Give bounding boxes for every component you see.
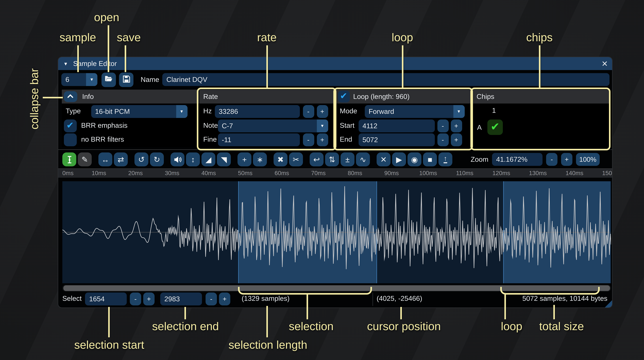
timeline-tick: 120ms [492,170,510,176]
tool-invert-button[interactable]: ⇅ [325,152,339,166]
no-brr-filters-label: no BRR filters [81,135,124,143]
brr-emphasis-row: ✔ BRR emphasis [62,119,198,132]
annotation-line-open [108,25,109,72]
speaker-icon [173,155,182,164]
brr-emphasis-label: BRR emphasis [81,121,128,129]
tool-preview-button[interactable]: ▶ [392,152,406,166]
check-icon: ✔ [66,121,74,130]
annotation-line-loop-bottom [504,294,506,319]
info-panel: Info Type 16-bit PCM ▼ ✔ BRR emphasis no… [62,89,198,147]
selection-start-plus-button[interactable]: + [143,292,154,306]
annotation-line-selection-end [184,307,186,319]
timeline-tick: 10ms [92,170,106,176]
zoom-in-button[interactable]: + [561,153,572,166]
window-resize-grip[interactable] [605,300,612,308]
annotation-line-cursor-position [400,307,402,319]
tool-redo-button[interactable]: ↻ [150,152,164,166]
no-brr-filters-checkbox[interactable] [64,133,76,146]
normalize-icon: ↕ [191,155,195,164]
insert-silence-icon: + [242,155,247,164]
annotation-line-selection [306,294,308,319]
annotation-collapse-bar: collapse bar [28,61,41,136]
zoom-reset-button[interactable]: 100% [576,153,600,166]
chevron-down-icon[interactable]: ▼ [86,73,97,86]
ibeam-icon [65,155,74,164]
timeline-tick: 110ms [456,170,474,176]
waveform-canvas[interactable] [62,181,611,283]
undo-icon: ↺ [138,155,145,164]
tool-fade-out-button[interactable]: ◥ [217,152,231,166]
cursor-position-status: (4025, -25466) [376,294,422,302]
type-row: Type 16-bit PCM ▼ [62,105,198,118]
window-collapse-icon[interactable]: ▼ [63,61,68,66]
tool-delete-button[interactable]: ✖ [274,152,288,166]
edit-draw-icon: ✎ [82,155,88,164]
timeline-tick: 20ms [128,170,143,176]
tool-resize-button[interactable]: ↔ [98,152,112,166]
trim-icon: ✂ [293,155,299,164]
crossfade-icon: ✕ [380,155,387,164]
tool-edit-select-button[interactable] [62,152,76,166]
tool-apply-silence-button[interactable]: ∗ [253,152,267,166]
annotation-bracket-loop [500,287,600,294]
tool-edit-draw-button[interactable]: ✎ [78,152,92,166]
selection-end-plus-button[interactable]: + [219,292,230,306]
sample-row: 6 ▼ Name [58,72,612,87]
timeline-tick: 80ms [348,170,362,176]
tool-exchange-sign-button[interactable]: ± [340,152,354,166]
collapse-bar-button[interactable] [64,91,77,102]
type-select[interactable]: 16-bit PCM ▼ [91,105,187,118]
chevron-down-icon[interactable]: ▼ [176,105,187,118]
zoom-input[interactable] [492,153,542,166]
select-label: Select [62,294,82,302]
tool-insert-silence-button[interactable]: + [238,152,252,166]
tool-apply-filter-button[interactable]: ∿ [356,152,370,166]
waveform-view[interactable] [62,181,611,283]
tool-resample-button[interactable]: ⇄ [114,152,128,166]
tool-undo-button[interactable]: ↺ [134,152,148,166]
tool-preview-selection-button[interactable]: ◉ [408,152,422,166]
toolbar-group: ✕▶◉■↑ [376,152,452,166]
annotation-box-chips [470,88,610,150]
toolbar-group: ✖✂ [274,152,303,166]
tool-trim-button[interactable]: ✂ [289,152,303,166]
annotation-loop-bottom: loop [501,320,522,333]
tool-amplify-button[interactable] [170,152,184,166]
redo-icon: ↻ [154,155,160,164]
tool-stop-preview-button[interactable]: ■ [423,152,437,166]
save-floppy-icon [122,75,130,85]
close-icon[interactable]: ✕ [602,57,608,70]
selection-end-minus-button[interactable]: - [206,292,217,306]
brr-emphasis-checkbox[interactable]: ✔ [64,119,76,132]
selection-start-input[interactable] [85,292,127,306]
selection-end-input[interactable] [160,292,202,306]
timeline-tick: 40ms [202,170,216,176]
annotation-loop-top: loop [392,31,413,44]
tool-crossfade-button[interactable]: ✕ [376,152,390,166]
sample-name-input[interactable] [162,73,610,86]
toolbar-group: ↺↻ [134,152,164,166]
save-button[interactable] [119,72,134,87]
tool-fade-in-button[interactable]: ◢ [202,152,215,166]
title-bar[interactable]: ▼ Sample Editor ✕ [58,57,612,70]
zoom-cluster: Zoom - + 100% [471,153,600,166]
status-separator [372,292,373,306]
stop-preview-icon: ■ [428,155,432,164]
selection-start-minus-button[interactable]: - [130,292,141,306]
tool-reverse-button[interactable]: ↩ [310,152,324,166]
tool-import-button[interactable]: ↑ [438,152,452,166]
reverse-icon: ↩ [313,155,320,164]
timeline-tick: 70ms [311,170,326,176]
type-label: Type [66,107,81,114]
tool-normalize-button[interactable]: ↕ [186,152,200,166]
annotation-line-sample [77,45,79,72]
annotation-total-size: total size [539,320,584,333]
timeline-ruler[interactable]: 0ms10ms20ms30ms40ms50ms60ms70ms80ms90ms1… [58,169,612,178]
apply-filter-icon: ∿ [360,155,366,164]
timeline-tick: 130ms [529,170,547,176]
sample-select[interactable]: 6 ▼ [61,73,97,86]
open-button[interactable] [102,72,116,87]
info-panel-header: Info [62,89,198,103]
divider [58,168,612,169]
zoom-out-button[interactable]: - [546,153,558,166]
